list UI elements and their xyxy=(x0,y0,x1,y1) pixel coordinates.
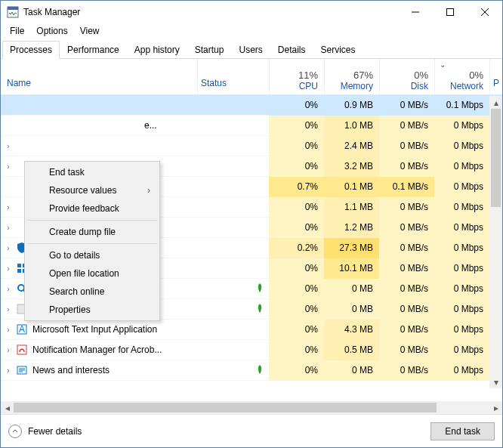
net-cell: 0 Mbps xyxy=(434,238,489,258)
tab-app-history[interactable]: App history xyxy=(127,41,187,58)
svg-point-10 xyxy=(18,285,24,291)
header-disk[interactable]: 0% Disk xyxy=(379,59,434,94)
cpu-cell: 0% xyxy=(269,340,324,360)
maximize-button[interactable] xyxy=(433,1,468,23)
tab-users[interactable]: Users xyxy=(231,41,270,58)
mem-cell: 4.3 MB xyxy=(324,320,379,340)
disk-cell: 0 MB/s xyxy=(379,95,434,116)
process-row[interactable]: ›News and interests0%0 MB0 MB/s0 Mbps xyxy=(1,360,502,381)
expand-toggle-icon[interactable]: › xyxy=(1,264,16,273)
close-button[interactable] xyxy=(468,1,502,23)
cpu-cell: 0% xyxy=(269,258,324,279)
header-p[interactable]: P xyxy=(489,59,498,94)
mem-cell: 0 MB xyxy=(324,360,379,381)
net-cell: 0 Mbps xyxy=(434,299,489,320)
expand-toggle-icon[interactable]: › xyxy=(1,224,16,232)
svg-rect-1 xyxy=(8,7,18,10)
expand-toggle-icon[interactable]: › xyxy=(1,244,16,252)
horizontal-scrollbar[interactable]: ◂ ▸ xyxy=(1,401,502,414)
disk-cell: 0 MB/s xyxy=(379,360,434,381)
ctx-search-online[interactable]: Search online xyxy=(26,283,158,301)
svg-rect-8 xyxy=(17,269,21,273)
memory-usage-pct: 67% xyxy=(353,70,373,81)
mem-cell: 0.1 MB xyxy=(324,177,379,197)
disk-cell: 0 MB/s xyxy=(379,320,434,340)
mem-cell: 0.5 MB xyxy=(324,340,379,360)
expand-toggle-icon[interactable]: › xyxy=(1,366,16,375)
none-icon xyxy=(16,140,28,152)
cpu-cell: 0% xyxy=(269,360,324,381)
tab-services[interactable]: Services xyxy=(313,41,363,58)
disk-usage-pct: 0% xyxy=(414,70,428,81)
disk-cell: 0 MB/s xyxy=(379,156,434,177)
ctx-go-to-details[interactable]: Go to details xyxy=(26,246,158,264)
cpu-cell: 0% xyxy=(269,197,324,218)
process-name-label: Notification Manager for Acrob... xyxy=(32,344,162,355)
suspended-leaf-icon xyxy=(255,283,264,295)
scroll-down-button[interactable]: ▾ xyxy=(489,375,502,388)
vertical-scrollbar[interactable]: ▴ ▾ xyxy=(489,96,502,388)
scroll-right-button[interactable]: ▸ xyxy=(489,401,502,414)
ctx-properties[interactable]: Properties xyxy=(26,301,158,319)
acrobat-icon xyxy=(16,344,28,356)
header-cpu[interactable]: 11% CPU xyxy=(269,59,324,94)
minimize-button[interactable] xyxy=(398,1,433,23)
mem-cell: 1.2 MB xyxy=(324,218,379,238)
process-row[interactable]: ›0%2.4 MB0 MB/s0 Mbps xyxy=(1,136,502,156)
tab-processes[interactable]: Processes xyxy=(2,41,60,58)
titlebar[interactable]: Task Manager xyxy=(1,1,502,23)
network-usage-pct: 0% xyxy=(469,70,483,81)
expand-toggle-icon[interactable]: › xyxy=(1,346,16,354)
ctx-provide-feedback[interactable]: Provide feedback xyxy=(26,199,158,218)
mem-cell: 0 MB xyxy=(324,279,379,299)
expand-toggle-icon[interactable]: › xyxy=(1,162,16,171)
mem-cell: 0 MB xyxy=(324,299,379,320)
process-row[interactable]: ›Notification Manager for Acrob...0%0.5 … xyxy=(1,340,502,360)
disk-cell: 0 MB/s xyxy=(379,116,434,136)
mem-cell: 10.1 MB xyxy=(324,258,379,279)
process-row[interactable]: ›AMicrosoft Text Input Application0%4.3 … xyxy=(1,320,502,340)
process-row[interactable]: e...0%1.0 MB0 MB/s0 Mbps xyxy=(1,116,502,136)
ctx-end-task[interactable]: End task xyxy=(26,163,158,181)
ctx-open-location[interactable]: Open file location xyxy=(26,264,158,283)
menu-file[interactable]: File xyxy=(4,24,30,38)
tab-startup[interactable]: Startup xyxy=(187,41,232,58)
scroll-up-button[interactable]: ▴ xyxy=(489,96,502,109)
scroll-thumb[interactable] xyxy=(491,109,501,207)
header-status[interactable]: Status xyxy=(197,59,269,94)
header-network[interactable]: ⌄ 0% Network xyxy=(434,59,489,94)
menu-options[interactable]: Options xyxy=(30,24,73,38)
expand-toggle-icon[interactable]: › xyxy=(1,203,16,212)
net-cell: 0 Mbps xyxy=(434,136,489,156)
scroll-left-button[interactable]: ◂ xyxy=(1,401,14,414)
disk-cell: 0 MB/s xyxy=(379,258,434,279)
hscroll-thumb[interactable] xyxy=(14,403,437,412)
net-cell: 0 Mbps xyxy=(434,279,489,299)
ctx-create-dump[interactable]: Create dump file xyxy=(26,223,158,241)
ctx-resource-values[interactable]: Resource values xyxy=(26,181,158,199)
svg-rect-3 xyxy=(447,9,454,16)
process-name-label: e... xyxy=(144,120,157,131)
expand-toggle-icon[interactable]: › xyxy=(1,305,16,314)
process-row[interactable]: 0%0.9 MB0 MB/s0.1 Mbps xyxy=(1,95,502,116)
cpu-cell: 0% xyxy=(269,95,324,116)
mem-cell: 3.2 MB xyxy=(324,156,379,177)
disk-cell: 0 MB/s xyxy=(379,197,434,218)
footer-bar: Fewer details End task xyxy=(1,414,502,447)
process-name-cell xyxy=(16,140,193,152)
expand-toggle-icon[interactable]: › xyxy=(1,326,16,334)
expand-toggle-icon[interactable]: › xyxy=(1,142,16,150)
ctx-separator xyxy=(27,220,157,221)
expand-toggle-icon[interactable]: › xyxy=(1,285,16,293)
end-task-button[interactable]: End task xyxy=(430,422,495,440)
net-cell: 0 Mbps xyxy=(434,320,489,340)
net-cell: 0 Mbps xyxy=(434,116,489,136)
svg-rect-6 xyxy=(17,264,21,267)
header-name[interactable]: Name xyxy=(1,59,197,94)
fewer-details-toggle[interactable]: Fewer details xyxy=(8,425,82,438)
tab-performance[interactable]: Performance xyxy=(60,41,127,58)
mem-cell: 27.3 MB xyxy=(324,238,379,258)
menu-view[interactable]: View xyxy=(74,24,106,38)
tab-details[interactable]: Details xyxy=(270,41,313,58)
header-memory[interactable]: 67% Memory xyxy=(324,59,379,94)
